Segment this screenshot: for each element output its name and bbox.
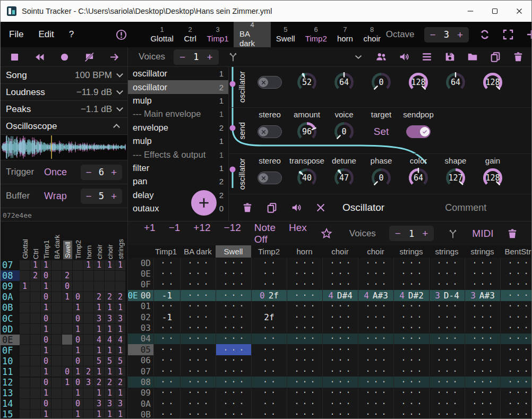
pattern-cell[interactable]: ··· xyxy=(322,377,358,387)
order-cell[interactable]: 4 xyxy=(115,335,125,345)
pattern-cell[interactable]: ··· xyxy=(216,290,251,301)
order-cell[interactable] xyxy=(20,409,30,419)
pattern-cell[interactable]: ·· xyxy=(153,344,180,355)
pattern-cell[interactable]: ··· xyxy=(216,366,251,377)
pattern-cell[interactable]: ··· xyxy=(216,258,251,268)
order-cell[interactable]: 1 xyxy=(94,303,104,313)
pattern-cell[interactable]: ··· xyxy=(465,258,500,268)
order-cell[interactable] xyxy=(83,292,93,302)
pattern-cell[interactable]: ··· xyxy=(216,301,251,312)
pattern-cell[interactable]: ·· xyxy=(251,344,287,355)
pattern-cell[interactable]: ·· xyxy=(251,334,287,344)
order-cell[interactable]: 0 xyxy=(73,313,83,323)
pattern-cell[interactable]: ··· xyxy=(393,409,429,419)
order-cell[interactable]: 1 xyxy=(105,366,115,377)
pattern-button-+12[interactable]: +12 xyxy=(193,222,210,245)
pattern-cell[interactable]: ··· xyxy=(393,268,429,279)
octave-increment-button[interactable]: + xyxy=(457,30,463,40)
knob-shape[interactable]: 127 xyxy=(444,166,467,190)
order-cell[interactable] xyxy=(83,303,93,313)
order-cell[interactable] xyxy=(62,303,72,313)
unit-list-item-pan[interactable]: pan2 xyxy=(128,175,228,188)
unit-list-item-mulp[interactable]: mulp1 xyxy=(128,134,228,148)
order-cell[interactable] xyxy=(52,271,62,281)
order-cell[interactable]: 5 xyxy=(94,356,104,366)
knob-128[interactable]: 128 xyxy=(481,70,504,95)
stop-icon[interactable] xyxy=(9,52,20,63)
pattern-cell[interactable]: ··· xyxy=(393,388,429,398)
order-cell[interactable]: 1 xyxy=(94,324,104,334)
pattern-cell[interactable]: ··· xyxy=(180,258,216,268)
order-cell[interactable] xyxy=(62,313,72,323)
pattern-cell[interactable]: ·· xyxy=(153,355,180,366)
pattern-cell[interactable]: ·· xyxy=(153,409,180,419)
order-cell[interactable]: 1 xyxy=(105,345,115,355)
pattern-cell[interactable]: ··· xyxy=(322,344,358,355)
order-cell[interactable]: 1 xyxy=(105,388,115,398)
order-cell[interactable]: 2 xyxy=(83,366,93,377)
order-cell[interactable] xyxy=(83,356,93,366)
octave-decrement-button[interactable]: − xyxy=(430,30,436,40)
order-cell[interactable]: 0 xyxy=(73,356,83,366)
pattern-cell[interactable]: ··· xyxy=(180,290,216,301)
order-cell[interactable] xyxy=(83,399,93,409)
pattern-cell[interactable]: ··· xyxy=(180,388,216,398)
order-cell[interactable] xyxy=(52,356,62,366)
order-cell[interactable] xyxy=(52,335,62,345)
pattern-cell[interactable]: ··· xyxy=(322,398,358,409)
order-cell[interactable] xyxy=(73,271,83,281)
unit-list-item-oscillator[interactable]: oscillator1 xyxy=(128,67,228,80)
tab-track-choir[interactable]: 8choir xyxy=(358,22,386,47)
pattern-cell[interactable]: ··· xyxy=(322,279,358,290)
copy-unit-icon[interactable] xyxy=(266,202,278,213)
trigger-decrement-button[interactable]: − xyxy=(86,167,92,177)
order-cell[interactable] xyxy=(83,335,93,345)
pattern-cell[interactable]: ··· xyxy=(500,334,531,344)
pattern-cell[interactable]: ··· xyxy=(465,268,500,279)
order-cell[interactable]: 4 xyxy=(105,335,115,345)
pattern-cell[interactable]: ··· xyxy=(287,344,322,355)
order-cell[interactable]: 0 xyxy=(62,281,72,292)
order-cell[interactable]: 0 xyxy=(41,335,51,345)
pattern-cell[interactable]: ··· xyxy=(393,377,429,387)
order-cell[interactable] xyxy=(52,409,62,419)
pattern-cell[interactable]: ·· xyxy=(153,398,180,409)
menu-item-edit[interactable]: Edit xyxy=(38,29,54,40)
pattern-cell[interactable]: ··· xyxy=(358,409,393,419)
pattern-button-−1[interactable]: −1 xyxy=(169,222,181,245)
pattern-cell[interactable]: ·· xyxy=(153,366,180,377)
pattern-track-header-strings[interactable]: strings xyxy=(465,245,500,258)
unit-list-item-filter[interactable]: filter1 xyxy=(128,161,228,175)
order-cell[interactable]: 5 xyxy=(105,356,115,366)
pattern-cell[interactable]: ··· xyxy=(216,409,251,419)
pattern-cell[interactable]: ··· xyxy=(429,366,465,377)
order-cell[interactable] xyxy=(20,271,30,281)
order-cell[interactable] xyxy=(62,345,72,355)
order-cell[interactable]: 1 xyxy=(105,324,115,334)
pattern-cell[interactable]: ·· xyxy=(251,377,287,387)
users-icon[interactable] xyxy=(375,51,387,63)
pattern-cell[interactable]: ··· xyxy=(180,301,216,312)
pattern-cell[interactable]: ··· xyxy=(465,301,500,312)
pattern-cell[interactable]: ·· xyxy=(251,409,287,419)
pattern-cell[interactable]: ··· xyxy=(322,268,358,279)
pattern-track-header-horn[interactable]: horn xyxy=(287,245,322,258)
chevron-down-icon[interactable] xyxy=(353,51,364,63)
copy-icon[interactable] xyxy=(490,51,501,63)
order-cell[interactable] xyxy=(52,292,62,302)
pattern-cell[interactable]: -1 xyxy=(153,312,180,322)
order-cell[interactable] xyxy=(52,281,62,292)
oscilloscope-header[interactable]: Oscilloscope xyxy=(1,118,127,135)
pattern-cell[interactable]: ··· xyxy=(500,366,531,377)
pattern-cell[interactable]: ··· xyxy=(180,279,216,290)
order-cell[interactable] xyxy=(52,303,62,313)
order-cell[interactable]: 3 xyxy=(105,399,115,409)
pattern-cell[interactable]: ··· xyxy=(216,268,251,279)
order-cell[interactable] xyxy=(52,313,62,323)
trash-icon[interactable] xyxy=(507,228,518,240)
rewind-icon[interactable] xyxy=(34,52,45,63)
order-cell[interactable] xyxy=(30,335,40,345)
order-cell[interactable] xyxy=(20,345,30,355)
order-cell[interactable] xyxy=(30,324,40,334)
order-cell[interactable] xyxy=(30,345,40,355)
